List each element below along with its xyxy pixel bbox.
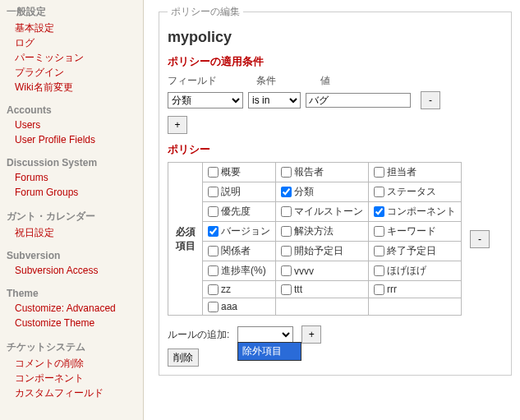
col-cond-label: 条件: [256, 74, 320, 88]
sidebar-group-title: 一般設定: [7, 5, 140, 19]
sidebar-item[interactable]: 基本設定: [15, 21, 140, 35]
sidebar-item[interactable]: 祝日設定: [15, 225, 140, 240]
field-checkbox[interactable]: [374, 206, 384, 217]
field-cell: 説明: [203, 182, 276, 202]
field-label: zz: [221, 284, 231, 295]
field-label: バージョン: [221, 224, 270, 238]
field-cell: ttt: [276, 281, 369, 298]
field-checkbox[interactable]: [281, 265, 292, 276]
field-label: コンポーネント: [387, 205, 456, 219]
sidebar-group-title: Theme: [7, 288, 140, 299]
field-label: 分類: [294, 185, 314, 199]
field-checkbox[interactable]: [374, 265, 384, 276]
fieldset-legend: ポリシーの編集: [168, 5, 243, 19]
field-checkbox[interactable]: [208, 284, 219, 295]
sidebar-item[interactable]: User Profile Fields: [15, 132, 140, 147]
sidebar-item[interactable]: カスタムフィールド: [15, 385, 140, 400]
sidebar-item[interactable]: コメントの削除: [15, 356, 140, 371]
required-fields-table: 必須項目概要報告者担当者説明分類ステータス優先度マイルストーンコンポーネントバー…: [168, 162, 462, 316]
field-label: 終了予定日: [387, 244, 436, 258]
delete-button[interactable]: 削除: [168, 348, 199, 367]
field-cell: キーワード: [369, 222, 462, 242]
sidebar-item[interactable]: Forum Groups: [15, 185, 140, 200]
policy-edit-fieldset: ポリシーの編集 mypolicy ポリシーの適用条件 フィールド 条件 値 分類…: [159, 5, 512, 376]
sidebar: 一般設定基本設定ログパーミッションプラグインWiki名前変更AccountsUs…: [0, 0, 144, 420]
field-cell: 優先度: [203, 202, 276, 222]
required-label: 必須項目: [168, 163, 203, 316]
field-cell: コンポーネント: [369, 202, 462, 222]
field-cell: zz: [203, 281, 276, 298]
sidebar-group-title: チケットシステム: [7, 340, 140, 354]
field-checkbox[interactable]: [208, 187, 219, 197]
field-checkbox[interactable]: [281, 226, 292, 237]
field-cell: 関係者: [203, 242, 276, 261]
field-label: 概要: [221, 165, 241, 179]
add-condition-button[interactable]: +: [168, 116, 187, 134]
remove-condition-button[interactable]: -: [421, 91, 440, 109]
field-checkbox[interactable]: [208, 206, 219, 217]
col-field-label: フィールド: [168, 74, 256, 88]
sidebar-item[interactable]: プラグイン: [15, 65, 140, 80]
sidebar-item[interactable]: コンポーネント: [15, 371, 140, 385]
field-checkbox[interactable]: [281, 284, 292, 295]
field-label: 関係者: [221, 244, 251, 258]
field-checkbox[interactable]: [208, 167, 219, 178]
field-checkbox[interactable]: [208, 302, 219, 312]
sidebar-group-title: Accounts: [7, 104, 140, 116]
policy-title: mypolicy: [168, 29, 503, 46]
field-cell: vvvv: [276, 261, 369, 281]
field-cell: 担当者: [369, 163, 462, 182]
field-checkbox[interactable]: [374, 167, 384, 178]
sidebar-item[interactable]: Forums: [15, 170, 140, 185]
field-cell: aaa: [203, 298, 276, 316]
policy-heading: ポリシー: [168, 142, 503, 157]
rule-add-select[interactable]: [237, 326, 293, 343]
sidebar-item[interactable]: パーミッション: [15, 50, 140, 65]
field-cell: 概要: [203, 163, 276, 182]
rule-add-dropdown: 除外項目: [237, 342, 301, 361]
field-checkbox[interactable]: [374, 187, 384, 197]
conditions-heading: ポリシーの適用条件: [168, 54, 503, 69]
conditions-header-row: フィールド 条件 値: [168, 74, 503, 88]
field-cell: バージョン: [203, 222, 276, 242]
rule-add-option[interactable]: 除外項目: [238, 343, 301, 360]
field-label: 優先度: [221, 205, 251, 219]
field-checkbox[interactable]: [208, 226, 219, 237]
rule-add-button[interactable]: +: [301, 325, 321, 344]
field-label: 開始予定日: [294, 244, 343, 258]
field-cell: マイルストーン: [276, 202, 369, 222]
field-label: 担当者: [387, 165, 416, 179]
sidebar-group-title: Subversion: [7, 250, 140, 261]
field-checkbox[interactable]: [208, 246, 219, 256]
field-checkbox[interactable]: [374, 284, 384, 295]
sidebar-group-title: Discussion System: [7, 157, 140, 168]
field-checkbox[interactable]: [208, 265, 219, 276]
sidebar-item[interactable]: Customize: Advanaced: [15, 301, 140, 316]
condition-select[interactable]: is in: [248, 92, 301, 108]
field-label: rrr: [387, 284, 397, 295]
value-input[interactable]: [306, 93, 411, 108]
field-label: 解決方法: [294, 224, 334, 238]
sidebar-item[interactable]: Wiki名前変更: [15, 80, 140, 95]
field-cell: 開始予定日: [276, 242, 369, 261]
rule-add-row: ルールの追加: 除外項目 +: [168, 325, 503, 344]
field-cell: 報告者: [276, 163, 369, 182]
field-checkbox[interactable]: [281, 167, 292, 178]
sidebar-item[interactable]: Subversion Access: [15, 263, 140, 278]
field-checkbox[interactable]: [281, 206, 292, 217]
sidebar-item[interactable]: ログ: [15, 35, 140, 50]
field-cell: 終了予定日: [369, 242, 462, 261]
field-cell: rrr: [369, 281, 462, 298]
field-checkbox[interactable]: [374, 226, 384, 237]
remove-section-button[interactable]: -: [470, 230, 490, 248]
field-cell: 分類: [276, 182, 369, 202]
field-checkbox[interactable]: [281, 187, 292, 197]
field-checkbox[interactable]: [281, 246, 292, 256]
condition-row: 分類 is in -: [168, 91, 503, 109]
field-checkbox[interactable]: [374, 246, 384, 256]
sidebar-group-title: ガント・カレンダー: [7, 210, 140, 224]
field-label: vvvv: [294, 265, 314, 277]
sidebar-item[interactable]: Users: [15, 118, 140, 132]
field-select[interactable]: 分類: [168, 92, 243, 108]
sidebar-item[interactable]: Customize Theme: [15, 316, 140, 330]
